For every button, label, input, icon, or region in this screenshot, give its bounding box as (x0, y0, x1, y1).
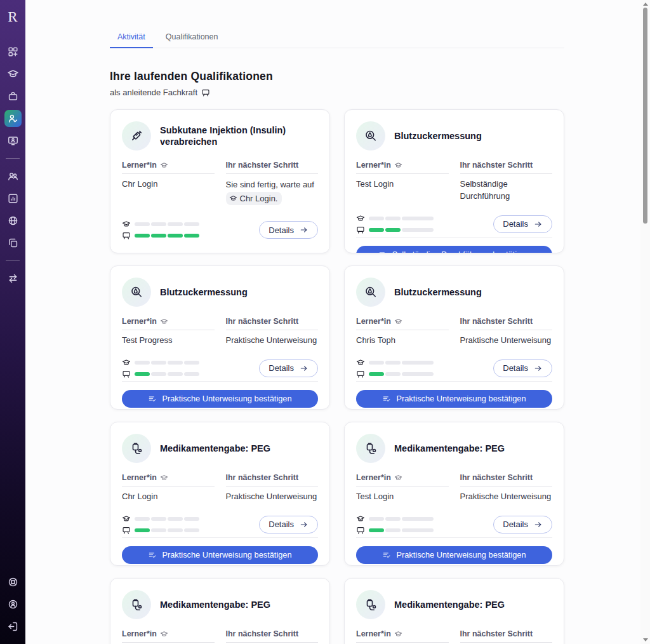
card-type-icon (122, 434, 151, 463)
logout-icon (7, 621, 19, 633)
next-step-label-text: Ihr nächster Schritt (226, 161, 299, 170)
progress-segment (151, 234, 166, 238)
people-icon (7, 170, 19, 182)
scrollbar-up-arrow[interactable] (643, 3, 648, 6)
next-step-wait: Sie sind fertig, warte auf Chr Login. (226, 178, 319, 206)
globe-icon (7, 215, 19, 227)
main-area: Aktivität Qualifikationen Ihre laufenden… (25, 0, 640, 644)
sidebar-item-help[interactable] (4, 574, 22, 591)
learner-label: Lerner*in (122, 317, 215, 330)
next-step-column: Ihr nächster Schritt Praktische Unterwei… (460, 317, 553, 347)
progress-track (135, 234, 199, 238)
card-type-icon (356, 121, 385, 151)
sidebar-item-work[interactable] (4, 88, 22, 105)
progress-track (135, 528, 199, 532)
card-type-icon-glyph (129, 128, 144, 144)
details-label: Details (503, 219, 528, 229)
sidebar-item-reports[interactable] (4, 190, 22, 207)
sidebar-item-logout[interactable] (4, 618, 22, 635)
progress-segment (385, 228, 401, 232)
progress-segment (402, 228, 434, 232)
progress-segment (135, 234, 150, 238)
next-step-label: Ihr nächster Schritt (460, 317, 553, 330)
details-button[interactable]: Details (259, 516, 318, 533)
sidebar-item-mentoring-active[interactable] (4, 110, 22, 127)
details-button[interactable]: Details (493, 359, 552, 377)
progress-segment (369, 217, 384, 220)
learner-name: Chr Login (122, 491, 215, 503)
arrow-right-icon (534, 364, 543, 373)
arrow-right-icon (534, 520, 543, 529)
progress-segment (385, 361, 401, 365)
card-type-icon-glyph (363, 128, 378, 144)
confirm-step-button[interactable]: Praktische Unterweisung bestätigen (122, 546, 318, 564)
progress-block (356, 211, 434, 237)
progress-block (122, 356, 199, 381)
waiting-person-chip: Chr Login. (226, 192, 282, 206)
confirm-step-button[interactable]: Praktische Unterweisung bestätigen (122, 390, 318, 408)
confirm-step-label: Selbständige Durchführung bestätigen (392, 250, 531, 253)
progress-segment (184, 372, 199, 376)
details-button[interactable]: Details (259, 359, 318, 377)
next-step-wait-text: Sie sind fertig, warte auf (226, 180, 314, 189)
list-check-icon (382, 551, 391, 560)
progress-block (356, 512, 434, 537)
qualification-card: Medikamentengabe: PEG Lerner*in Chris To… (344, 578, 564, 644)
list-check-icon (148, 394, 157, 403)
next-step-label-text: Ihr nächster Schritt (460, 317, 533, 326)
progress-segment (385, 372, 401, 376)
progress-track (135, 222, 199, 226)
card-type-icon-glyph (129, 441, 144, 456)
person-circle-icon (7, 598, 19, 610)
details-label: Details (503, 520, 528, 529)
graduation-cap-icon (229, 194, 237, 203)
sidebar-item-library[interactable] (4, 234, 22, 252)
progress-row (356, 358, 434, 367)
learner-name: Test Login (356, 178, 449, 191)
sidebar-bottom (4, 571, 22, 638)
page-subtitle-text: als anleitende Fachkraft (110, 88, 197, 97)
card-info: Lerner*in Test Progress Ihr nächster Sch… (122, 629, 318, 644)
details-button[interactable]: Details (493, 215, 552, 233)
learner-column: Lerner*in Chris Toph (356, 317, 449, 347)
card-action: Praktische Unterweisung bestätigen (356, 381, 552, 408)
scrollbar-thumb[interactable] (643, 8, 647, 224)
arrow-right-icon (300, 364, 308, 373)
sidebar-item-training[interactable] (4, 132, 22, 149)
card-title: Blutzuckermessung (160, 286, 248, 298)
card-info: Lerner*in Chr Login Ihr nächster Schritt… (122, 473, 318, 503)
tab-qualifikationen[interactable]: Qualifikationen (158, 30, 226, 48)
scrollbar[interactable] (640, 0, 650, 644)
next-step-label-text: Ihr nächster Schritt (226, 317, 299, 326)
next-step-column: Ihr nächster Schritt Praktische Unterwei… (460, 629, 553, 644)
scrollbar-down-arrow[interactable] (643, 638, 648, 641)
sidebar-item-web[interactable] (4, 212, 22, 229)
confirm-step-button[interactable]: Praktische Unterweisung bestätigen (356, 546, 552, 564)
progress-row (356, 214, 434, 223)
sidebar-item-apps[interactable] (4, 43, 22, 60)
sidebar-item-qualifications[interactable] (4, 65, 22, 83)
page-title: Ihre laufenden Qualifikationen (110, 70, 564, 83)
next-step-label: Ihr nächster Schritt (226, 317, 319, 330)
sidebar-item-switch[interactable] (4, 270, 22, 287)
arrow-right-icon (300, 225, 308, 234)
progress-track (369, 517, 434, 521)
details-button[interactable]: Details (493, 516, 552, 533)
card-header: Medikamentengabe: PEG (122, 590, 318, 619)
progress-segment (385, 217, 401, 220)
card-info: Lerner*in Test Login Ihr nächster Schrit… (356, 473, 552, 503)
confirm-step-button[interactable]: Selbständige Durchführung bestätigen (356, 246, 552, 253)
confirm-step-button[interactable]: Praktische Unterweisung bestätigen (356, 390, 552, 408)
progress-segment (168, 361, 183, 365)
details-button[interactable]: Details (259, 221, 318, 239)
sidebar-item-account[interactable] (4, 596, 22, 613)
learner-label-text: Lerner*in (356, 161, 391, 170)
learner-label: Lerner*in (122, 161, 215, 174)
next-step-label-text: Ihr nächster Schritt (226, 629, 299, 638)
qualification-card: Medikamentengabe: PEG Lerner*in Test Pro… (110, 578, 330, 644)
progress-row (122, 220, 199, 229)
tab-aktivitaet[interactable]: Aktivität (110, 30, 153, 48)
learner-column: Lerner*in Test Progress (122, 317, 215, 347)
learner-label-text: Lerner*in (122, 317, 157, 326)
sidebar-item-people[interactable] (4, 168, 22, 185)
